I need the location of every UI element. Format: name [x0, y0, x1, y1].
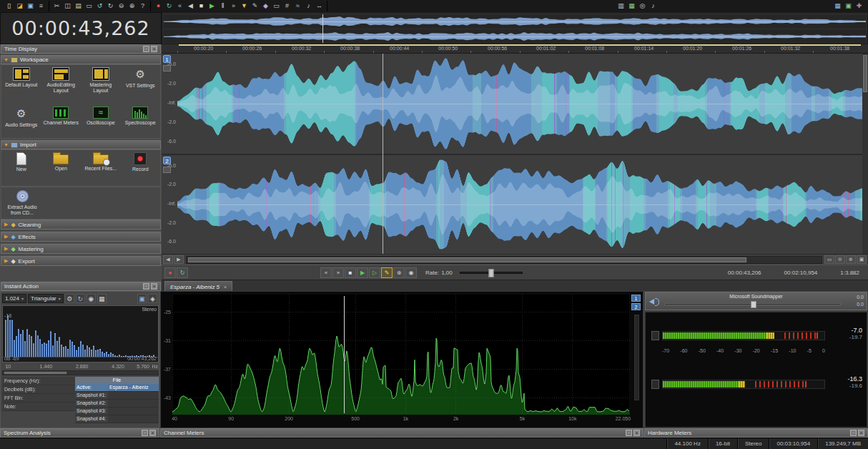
channel-1-options-icon[interactable] [163, 65, 171, 71]
open-file-icon[interactable]: ◪ [14, 1, 25, 11]
snapshot-row[interactable]: Snapshot #2: [75, 400, 159, 408]
waveform-overview[interactable] [162, 12, 868, 44]
workspace-toggle-icon[interactable]: ▣ [843, 1, 854, 11]
loop-playback-button[interactable]: ↻ [177, 267, 188, 278]
crossfade-icon[interactable]: ≈ [292, 1, 303, 11]
play-icon[interactable]: ▶ [207, 1, 217, 11]
close-button[interactable]: × [151, 46, 157, 52]
go-to-end-icon[interactable]: » [228, 1, 239, 11]
edit-tool-icon[interactable]: ✎ [250, 1, 260, 11]
channel-2-badge[interactable]: 2 [163, 157, 171, 164]
action-record[interactable]: Record [121, 150, 161, 186]
horizontal-scrollbar[interactable]: ◀▶ ▭⊖⊕▣ [162, 254, 868, 265]
close-button[interactable]: × [633, 430, 640, 436]
channel-meters-scrollbar[interactable] [634, 315, 639, 400]
redo-icon[interactable]: ↻ [105, 1, 116, 11]
trim-icon[interactable]: ▭ [84, 1, 94, 11]
horizontal-scrollbar-thumb[interactable] [188, 257, 746, 262]
zoom-in-icon[interactable]: ⊕ [127, 1, 137, 11]
go-to-end-button[interactable]: » [332, 267, 344, 278]
magnify-tool-icon[interactable]: ◆ [260, 1, 271, 11]
selection-tool-icon[interactable]: ▭ [271, 1, 282, 11]
action-open[interactable]: Open [41, 150, 82, 186]
undo-icon[interactable]: ↺ [94, 1, 105, 11]
rate-slider[interactable] [460, 272, 523, 274]
file-properties-icon[interactable]: ≡ [36, 1, 46, 11]
tab-close-icon[interactable]: × [224, 285, 227, 290]
undock-button[interactable]: □ [143, 283, 149, 290]
stop-icon[interactable]: ■ [196, 1, 207, 11]
spectrum-mini-canvas[interactable] [3, 306, 158, 362]
rate-slider-thumb[interactable] [488, 269, 493, 277]
marker-icon[interactable]: ▼ [239, 1, 250, 11]
spectrum-monitor-icon[interactable]: ▦ [626, 1, 637, 11]
timeline-ruler[interactable]: 00:00:2000:00:2600:00:3200:00:3800:00:44… [162, 44, 868, 54]
section-bar-cleaning[interactable]: ▶◆Cleaning [1, 219, 161, 230]
horizontal-scrollbar-track[interactable] [186, 256, 822, 264]
snapshot-row[interactable]: Snapshot #4: [75, 415, 159, 423]
channel-meters-canvas[interactable] [172, 295, 630, 415]
cut-icon[interactable]: ✂ [51, 1, 62, 11]
grid-toggle-icon[interactable]: ▦ [97, 294, 107, 303]
dock-icon[interactable]: ▣ [137, 294, 147, 303]
waveform-channel-1-canvas[interactable] [177, 56, 862, 151]
save-file-icon[interactable]: ▣ [25, 1, 36, 11]
undock-button[interactable]: □ [850, 430, 857, 436]
play-all-button[interactable]: ▷ [369, 267, 380, 278]
new-file-icon[interactable]: ▯ [4, 1, 14, 11]
instant-action-titlebar[interactable]: Instant Action □× [1, 282, 161, 291]
zoom-in-button[interactable]: ⊕ [846, 255, 856, 264]
channel-1-button[interactable]: 1 [631, 295, 641, 302]
go-to-start-icon[interactable]: « [174, 1, 185, 11]
action-spectroscope[interactable]: Spectroscope [121, 104, 161, 138]
snap-icon[interactable]: # [282, 1, 292, 11]
meter-options-icon[interactable]: ▥ [616, 1, 626, 11]
audio-event-tool-button[interactable]: ◉ [405, 267, 417, 278]
section-bar-export[interactable]: ▶◆Export [1, 256, 161, 266]
waveform-channel-1[interactable]: 1 -6.0-2.0-Inf.-2.0-6.0 [162, 54, 868, 154]
zoom-out-icon[interactable]: ⊖ [116, 1, 127, 11]
waveform-channel-2[interactable]: 2 -6.0-2.0-Inf.-2.0-6.0 [162, 155, 868, 254]
copy-icon[interactable]: ◫ [62, 1, 73, 11]
spectrum-scrollbar-thumb[interactable] [4, 372, 66, 374]
action-oscilloscope[interactable]: ≈Oscilloscope [81, 104, 121, 138]
settings-gear-icon[interactable]: ⚙ [65, 294, 74, 303]
undock-button[interactable]: □ [143, 46, 149, 52]
time-display-titlebar[interactable]: Time Display □× [1, 44, 161, 54]
overview-wave-right-canvas[interactable] [164, 30, 866, 43]
stop-button[interactable]: ■ [345, 267, 356, 278]
record-button[interactable]: ● [164, 267, 176, 278]
close-button[interactable]: × [151, 283, 157, 290]
workspace-section-header[interactable]: ▼ Workspace [1, 55, 161, 64]
play-button[interactable]: ▶ [357, 267, 368, 278]
paste-icon[interactable]: ▤ [73, 1, 84, 11]
mix-icon[interactable]: ♪ [303, 1, 314, 11]
waveform-channel-2-canvas[interactable] [177, 158, 862, 251]
meter-left-button[interactable] [651, 331, 659, 340]
edit-tool-button[interactable]: ✎ [381, 267, 393, 278]
section-bar-effects[interactable]: ▶◆Effects [1, 232, 161, 242]
pause-icon[interactable]: ‖ [217, 1, 228, 11]
window-function-select[interactable]: Triangular ▾ [28, 294, 64, 303]
rewind-icon[interactable]: ◀ [185, 1, 196, 11]
phase-scope-icon[interactable]: ◎ [637, 1, 648, 11]
action-audioediting-layout[interactable]: AudioEditing Layout [41, 65, 82, 104]
hardware-meters-titlebar[interactable]: Hardware Meters □× [644, 428, 868, 438]
action-new[interactable]: New [1, 150, 41, 186]
vertical-scrollbar-thumb[interactable] [863, 55, 867, 92]
zoom-window-button[interactable]: ▣ [857, 255, 867, 264]
record-icon[interactable]: ● [153, 1, 164, 11]
vertical-scrollbar[interactable] [862, 54, 868, 254]
action-channel-meters[interactable]: Channel Meters [41, 104, 82, 138]
undock-button[interactable]: □ [626, 430, 632, 436]
snapshot-row[interactable]: Snapshot #3: [75, 408, 159, 415]
layout-manager-icon[interactable]: ▦ [832, 1, 843, 11]
channel-2-options-icon[interactable] [163, 167, 171, 173]
snapshot-row[interactable]: Snapshot #1: [75, 392, 159, 400]
spectrum-mini-graph[interactable]: -18 Stereo dB -69 00:00:43,262 [2, 305, 159, 362]
spectrum-analysis-titlebar[interactable]: Spectrum Analysis □× [0, 428, 159, 438]
snapshot-icon[interactable]: ◉ [87, 294, 96, 303]
magnify-tool-button[interactable]: ⊕ [393, 267, 405, 278]
channel-2-button[interactable]: 2 [631, 303, 641, 310]
hold-icon[interactable]: ◈ [148, 294, 157, 303]
